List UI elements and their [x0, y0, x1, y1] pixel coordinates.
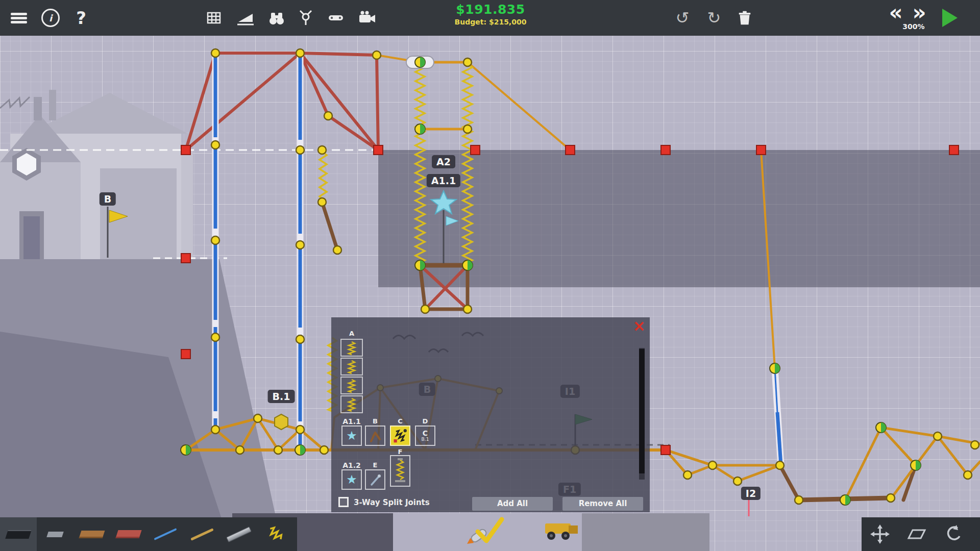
material-steel-button[interactable] [220, 517, 257, 551]
spring-slot-button[interactable] [340, 339, 363, 357]
play-button[interactable] [942, 9, 958, 27]
sim-speed-label: 300% [889, 22, 938, 31]
spring-slot-button[interactable] [340, 395, 363, 413]
material-spring-button[interactable] [257, 517, 294, 551]
add-all-button[interactable]: Add All [472, 497, 553, 511]
star-slot-button[interactable]: ★ [341, 425, 362, 446]
terrain-house [0, 90, 193, 259]
wood-icon [79, 531, 105, 538]
brick-icon [115, 530, 141, 538]
split-joint-icon [297, 9, 315, 27]
branch-icon [368, 428, 383, 443]
material-plank-button[interactable] [37, 517, 74, 551]
help-icon: ? [76, 8, 86, 28]
ramp-icon [236, 9, 255, 27]
star-slot-button[interactable]: ★ [341, 469, 362, 490]
delete-button[interactable] [734, 7, 755, 29]
terrain-bottom [232, 513, 709, 551]
camera-tool-button[interactable] [356, 7, 378, 29]
dialog-header-c: C [389, 417, 411, 425]
camera-icon [358, 9, 376, 27]
fast-forward-icon: » [912, 3, 926, 22]
spring-material-icon [265, 523, 286, 545]
label-b1: B.1 [268, 390, 295, 403]
material-palette [0, 517, 297, 551]
beam-icon [327, 9, 345, 27]
terrain-slope [0, 259, 283, 551]
scrollbar-thumb[interactable] [639, 349, 645, 473]
binoculars-icon [267, 9, 286, 27]
ramp-tool-button[interactable] [235, 7, 256, 29]
move-icon [870, 524, 890, 544]
budget-display: $191.835 Budget: $215,000 [414, 2, 567, 26]
option-d-sub: B.1 [422, 437, 429, 442]
label-a2: A2 [432, 155, 455, 168]
label-i2: I2 [741, 487, 761, 500]
dialog-header-d: D [414, 417, 436, 425]
help-button[interactable]: ? [70, 7, 92, 29]
option-c-button-selected[interactable] [390, 425, 410, 446]
label-flag-b: B [100, 192, 116, 206]
close-icon[interactable]: × [633, 318, 646, 334]
preview-tool-button[interactable] [266, 7, 287, 29]
dialog-header-b: B [364, 417, 386, 425]
rotate-icon [943, 524, 964, 544]
option-d-glyph: C [423, 430, 428, 437]
remove-all-button[interactable]: Remove All [562, 497, 643, 511]
undo-button[interactable]: ↺ [672, 7, 693, 29]
material-wood-button[interactable] [74, 517, 110, 551]
spring-slot-button[interactable] [340, 377, 363, 394]
budget-total: Budget: $215,000 [414, 18, 567, 26]
steel-icon [226, 526, 252, 542]
redo-button[interactable]: ↻ [703, 7, 725, 29]
option-b-button[interactable] [365, 425, 385, 446]
redo-icon: ↻ [707, 8, 721, 28]
hex-nut-icon [275, 414, 288, 430]
rope-icon [190, 528, 214, 541]
beam-tool-button[interactable] [325, 7, 347, 29]
trash-icon [736, 9, 753, 27]
label-a11: A1.1 [427, 174, 460, 187]
rewind-icon: « [889, 3, 902, 22]
option-d-button[interactable]: C B.1 [415, 425, 435, 446]
rotate-tool-button[interactable] [935, 517, 972, 551]
spring-stand-icon [393, 458, 407, 484]
split-joints-dialog: × A A1.1 ★ B C D C B.1 F [331, 317, 650, 512]
game-window: B B.1 A2 A1.1 B I1 F1 I2 × A A1.1 ★ B C … [0, 0, 980, 551]
three-way-split-checkbox[interactable] [338, 497, 349, 507]
menu-button[interactable] [8, 7, 30, 29]
option-e-button[interactable] [365, 469, 385, 490]
nail-icon [368, 472, 383, 487]
dialog-column-a-header: A [340, 330, 363, 337]
move-tool-button[interactable] [862, 517, 898, 551]
select-tool-button[interactable] [898, 517, 935, 551]
rewind-button[interactable]: « [885, 2, 906, 23]
grid-icon [205, 9, 223, 27]
spring-slot-button[interactable] [340, 358, 363, 375]
dialog-row1-label: A1.1 [336, 417, 367, 425]
option-f-button[interactable] [390, 455, 410, 487]
material-brick-button[interactable] [110, 517, 147, 551]
material-rope-button[interactable] [184, 517, 220, 551]
select-icon [906, 524, 927, 544]
split-joint-tool-button[interactable] [295, 7, 316, 29]
info-button[interactable]: i [40, 7, 61, 29]
material-road-button[interactable] [0, 517, 37, 551]
dialog-column-a [340, 339, 363, 414]
spring-icon [392, 428, 408, 444]
material-cable-button[interactable] [147, 517, 184, 551]
edit-tools [862, 517, 980, 551]
dialog-scrollbar[interactable] [639, 348, 645, 480]
dialog-header-e: E [364, 461, 386, 469]
dialog-header-f: F [389, 448, 411, 456]
top-toolbar: i ? $191.835 Budget: $215,000 ↺ ↻ « [0, 0, 980, 36]
dialog-row2-label: A1.2 [336, 461, 367, 469]
road-icon [5, 530, 32, 539]
fast-forward-button[interactable]: » [909, 2, 930, 23]
grid-snap-button[interactable] [203, 7, 225, 29]
info-icon: i [41, 9, 60, 27]
star-icon: ★ [346, 429, 357, 443]
current-cost: $191.835 [414, 2, 567, 17]
three-way-split-label: 3-Way Split Joints [354, 498, 430, 507]
plank-icon [46, 532, 64, 537]
